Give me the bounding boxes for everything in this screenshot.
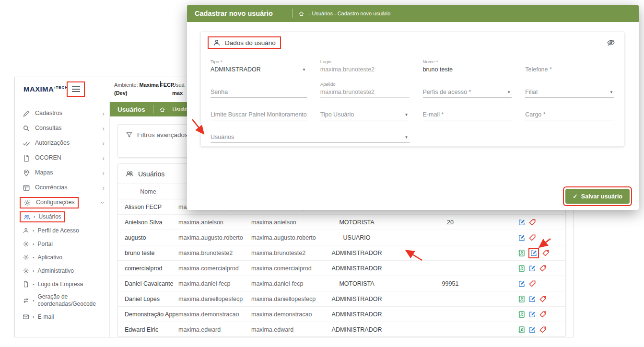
sidebar-item-autorizacoes[interactable]: Autorizações› xyxy=(15,136,109,150)
edit-icon[interactable] xyxy=(530,249,538,257)
sidebar-item-content: •Logo da Empresa xyxy=(20,280,86,289)
sidebar-item-ocoren[interactable]: OCOREN› xyxy=(15,150,109,165)
field-label: Tipo * xyxy=(211,59,307,64)
user-form: Tipo *ADMINISTRADOR▼Loginmaxima.brunotes… xyxy=(211,57,614,143)
edit-icon[interactable] xyxy=(528,295,536,303)
book-icon[interactable] xyxy=(518,326,526,334)
sidebar: Cadastros›Consultas›Autorizações›OCOREN›… xyxy=(15,102,110,337)
sidebar-item-usuarios[interactable]: •Usuários xyxy=(15,210,109,224)
tag-icon[interactable] xyxy=(528,280,536,288)
annotation-box-edit-icon xyxy=(528,248,539,258)
field-placeholder: Limite Buscar Painel Monitoramento xyxy=(211,111,307,118)
cell-actions xyxy=(510,326,565,334)
home-icon[interactable] xyxy=(298,11,304,17)
tag-icon[interactable] xyxy=(539,311,547,318)
book-icon[interactable] xyxy=(518,265,526,272)
cell-login: maxima.augusto.roberto xyxy=(178,234,251,241)
field-tipo[interactable]: Tipo *ADMINISTRADOR▼ xyxy=(211,57,307,75)
users-icon xyxy=(23,214,30,220)
book-icon[interactable] xyxy=(518,295,526,303)
field-telefone[interactable]: Telefone * xyxy=(525,57,614,75)
sidebar-item-perfil-de-acesso[interactable]: •Perfil de Acesso xyxy=(15,224,109,237)
eye-off-icon[interactable] xyxy=(607,38,615,49)
field-label: Login xyxy=(320,59,410,64)
sidebar-item-logo-da-empresa[interactable]: •Logo da Empresa xyxy=(15,278,109,291)
section-title: Dados do usuário xyxy=(225,39,276,46)
field-tipo-usuario[interactable]: Tipo Usuário▼ xyxy=(320,102,410,120)
tag-icon[interactable] xyxy=(539,326,547,334)
sidebar-item-content: •E-mail xyxy=(20,312,57,322)
cell-tipo: ADMINISTRADOR xyxy=(323,265,390,272)
field-limite-buscar-painel-monitoramento[interactable]: Limite Buscar Painel Monitoramento xyxy=(211,102,307,120)
tag-icon[interactable] xyxy=(539,265,547,272)
dropdown-caret-icon: ▼ xyxy=(507,90,511,94)
table-row: Daniel Cavalcantemaxima.daniel-fecpmaxim… xyxy=(118,276,565,291)
edit-icon[interactable] xyxy=(528,265,536,272)
sidebar-item-label: Usuários xyxy=(39,213,61,220)
field-value: bruno teste xyxy=(423,66,512,73)
annotation-box-section-title: Dados do usuário xyxy=(208,36,281,49)
sidebar-item-ocorrencias[interactable]: Ocorrências› xyxy=(15,180,109,195)
field-perfis-de-acesso[interactable]: Perfis de acesso *▼ xyxy=(423,80,512,98)
annotation-box-save-button: ✓ Salvar usuário xyxy=(563,186,632,206)
field-senha[interactable]: Senha xyxy=(211,80,307,98)
swap-icon xyxy=(23,297,29,304)
field-usuarios[interactable]: Usuários▼ xyxy=(211,125,410,143)
edit-icon[interactable] xyxy=(518,234,526,242)
edit-icon[interactable] xyxy=(528,311,536,318)
cell-tipo: MOTORISTA xyxy=(323,280,390,287)
hamburger-menu-icon[interactable] xyxy=(72,86,80,92)
cell-login: maxima.brunoteste2 xyxy=(178,250,251,256)
edit-icon[interactable] xyxy=(528,326,536,334)
sidebar-item-consultas[interactable]: Consultas› xyxy=(15,121,109,136)
cell-login: maxima.anielson xyxy=(178,219,251,226)
field-e-mail[interactable]: E-mail * xyxy=(423,102,512,120)
sidebar-item-e-mail[interactable]: •E-mail xyxy=(15,310,109,324)
field-apelido[interactable]: Apelidomaxima.brunoteste2 xyxy=(320,80,410,98)
filter-funnel-icon xyxy=(126,131,133,139)
sidebar-item-geracao-de-coordenadas-geocode[interactable]: •Geração de coordenadas/Geocode xyxy=(15,291,109,310)
sidebar-item-cadastros[interactable]: Cadastros› xyxy=(15,106,109,121)
cell-nome: Demonstração Appsv xyxy=(118,311,178,318)
tag-icon[interactable] xyxy=(539,295,547,303)
field-cargo[interactable]: Cargo * xyxy=(525,102,614,120)
chevron-right-icon: › xyxy=(102,170,105,176)
home-icon[interactable] xyxy=(159,106,165,113)
sidebar-item-content: •Aplicativo xyxy=(20,253,65,262)
bullet-icon: • xyxy=(33,282,35,287)
sidebar-item-aplicativo[interactable]: •Aplicativo xyxy=(15,251,109,264)
chevron-down-icon: › xyxy=(100,201,107,204)
tag-icon[interactable] xyxy=(542,249,550,257)
sidebar-item-configuracoes[interactable]: Configurações› xyxy=(15,195,109,210)
sidebar-item-portal[interactable]: •Portal xyxy=(15,237,109,251)
edit-icon[interactable] xyxy=(518,219,526,226)
tag-icon[interactable] xyxy=(528,234,536,242)
field-login[interactable]: Loginmaxima.brunoteste2 xyxy=(320,57,410,75)
book-icon[interactable] xyxy=(518,249,526,257)
edit-icon[interactable] xyxy=(518,280,526,288)
table-row: Daniel Lopesmaxima.daniellopesfecpmaxima… xyxy=(118,291,565,307)
document-icon xyxy=(23,281,29,288)
pencil-icon xyxy=(23,110,30,117)
sidebar-item-mapas[interactable]: Mapas› xyxy=(15,165,109,180)
sidebar-item-administrativo[interactable]: •Administrativo xyxy=(15,264,109,278)
cell-tipo: ADMINISTRADOR xyxy=(323,326,390,333)
cell-apelido: maxima.brunoteste2 xyxy=(251,250,323,256)
cell-apelido: maxima.daniel-fecp xyxy=(251,280,323,287)
modal-breadcrumb: - Usuários - Cadastro novo usuário xyxy=(309,11,391,16)
person-icon xyxy=(213,39,221,46)
book-icon[interactable] xyxy=(518,311,526,318)
sidebar-item-label: Mapas xyxy=(35,169,53,177)
tag-icon[interactable] xyxy=(528,219,536,226)
cell-tipo: ADMINISTRADOR xyxy=(323,250,390,256)
cell-numero: 99951 xyxy=(390,280,510,287)
field-nome[interactable]: Nome *bruno teste xyxy=(423,57,512,75)
cell-nome: Alisson FECP xyxy=(118,204,178,210)
cell-actions xyxy=(510,248,565,258)
bullet-icon: • xyxy=(33,314,35,320)
modal-title: Cadastrar novo usuário xyxy=(187,10,281,17)
field-filial[interactable]: Filial▼ xyxy=(525,80,614,98)
save-user-button[interactable]: ✓ Salvar usuário xyxy=(565,189,630,204)
sidebar-item-label: Geração de coordenadas/Geocode xyxy=(38,293,102,308)
table-row: Anielson Silvamaxima.anielsonmaxima.anie… xyxy=(118,215,565,230)
